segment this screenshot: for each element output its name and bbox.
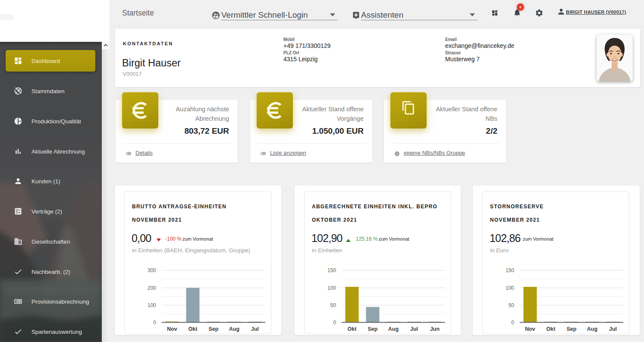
svg-text:Jul: Jul	[251, 326, 259, 332]
svg-text:300: 300	[148, 267, 156, 273]
svg-text:Sep: Sep	[368, 326, 378, 332]
svg-text:50: 50	[330, 302, 336, 308]
svg-text:150: 150	[506, 267, 514, 273]
svg-text:Okt: Okt	[188, 326, 198, 332]
svg-text:Okt: Okt	[348, 326, 357, 332]
svg-text:Nov: Nov	[167, 326, 177, 332]
svg-text:100: 100	[148, 302, 156, 308]
svg-text:100: 100	[506, 285, 514, 291]
svg-text:Aug: Aug	[388, 326, 399, 332]
svg-text:50: 50	[509, 302, 515, 308]
svg-text:Jul: Jul	[410, 326, 418, 332]
svg-text:Jul: Jul	[609, 326, 617, 332]
svg-text:0: 0	[333, 320, 336, 326]
svg-text:200: 200	[148, 285, 156, 291]
svg-text:100: 100	[327, 285, 336, 291]
svg-text:Okt: Okt	[547, 326, 556, 332]
svg-text:Jun: Jun	[430, 326, 440, 332]
svg-text:Nov: Nov	[525, 326, 535, 332]
svg-text:0: 0	[511, 320, 514, 326]
svg-text:Aug: Aug	[229, 326, 239, 332]
svg-text:0: 0	[153, 320, 156, 326]
svg-text:Aug: Aug	[587, 326, 597, 332]
svg-text:Sep: Sep	[209, 326, 219, 332]
svg-text:150: 150	[327, 267, 336, 273]
svg-text:Sep: Sep	[567, 326, 577, 332]
